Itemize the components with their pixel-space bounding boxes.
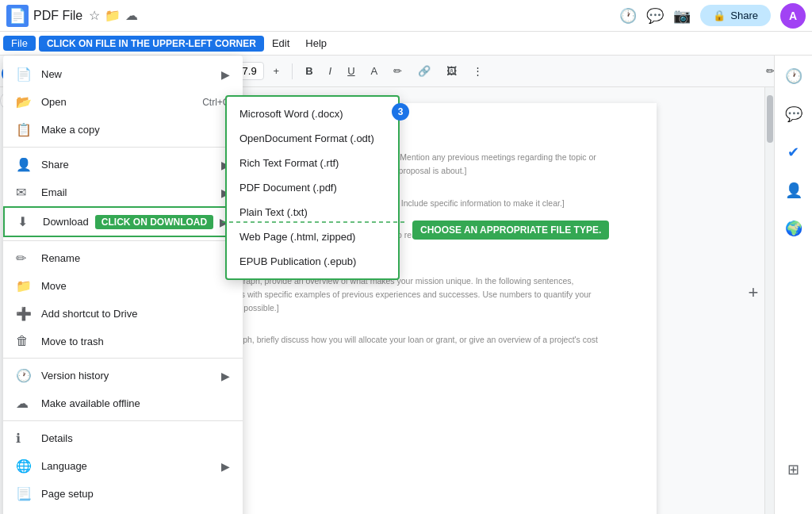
font-size-increase[interactable]: +: [267, 62, 286, 80]
star-icon[interactable]: ☆: [89, 8, 100, 23]
version-arrow: ▶: [221, 370, 230, 382]
menu-download[interactable]: ⬇ Download CLICK ON DOWNLOAD ▶ 2: [3, 206, 243, 237]
page-setup-label: Page setup: [41, 488, 230, 500]
doc-icon: 📄: [6, 5, 29, 27]
meet-icon[interactable]: 📷: [673, 7, 691, 25]
underline-button[interactable]: U: [341, 62, 361, 80]
new-arrow: ▶: [221, 68, 230, 81]
panel-history-icon[interactable]: 🕐: [781, 63, 806, 89]
menu-trash[interactable]: 🗑 Move to trash: [3, 328, 243, 355]
text-color-button[interactable]: A: [365, 62, 385, 80]
menu-details[interactable]: ℹ Details: [3, 424, 243, 452]
italic-button[interactable]: I: [323, 62, 339, 80]
link-button[interactable]: 🔗: [412, 62, 437, 80]
share-button[interactable]: 🔒 Share: [700, 5, 771, 26]
choose-file-type-label: CHOOSE AN APPROPRIATE FILE TYPE.: [412, 221, 609, 240]
menu-rename[interactable]: ✏ Rename: [3, 244, 243, 272]
top-bar: 📄 PDF File ☆ 📁 ☁ 🕐 💬 📷 🔒 Share A: [0, 0, 812, 32]
avatar[interactable]: A: [780, 3, 806, 29]
toolbar-sep4: [292, 63, 293, 79]
bold-button[interactable]: B: [299, 62, 319, 80]
menu-email[interactable]: ✉ Email ▶: [3, 178, 243, 206]
menu-new[interactable]: 📄 New ▶: [3, 60, 243, 88]
submenu-rtf[interactable]: Rich Text Format (.rtf): [227, 151, 398, 175]
offline-icon: ☁: [16, 396, 32, 411]
panel-person-icon[interactable]: 👤: [781, 178, 806, 203]
email-label: Email: [41, 186, 221, 198]
highlight-button[interactable]: ✏: [387, 62, 408, 80]
instruction-banner: CLICK ON FILE IN THE UPPER-LEFT CORNER: [39, 36, 264, 52]
step3-badge: 3: [392, 103, 409, 121]
menu-print[interactable]: 🖨 Print Ctrl+P: [3, 508, 243, 514]
new-icon: 📄: [16, 67, 32, 82]
page-setup-icon: 📃: [16, 486, 32, 501]
version-label: Version history: [41, 370, 221, 382]
file-menu-item[interactable]: File: [3, 36, 36, 51]
header-right: 🕐 💬 📷 🔒 Share A: [619, 3, 806, 29]
language-icon: 🌐: [16, 458, 32, 474]
dropdown-menu: 📄 New ▶ 📂 Open Ctrl+O 📋 Make a copy 👤 Sh…: [3, 56, 243, 514]
language-label: Language: [41, 460, 221, 472]
language-arrow: ▶: [221, 460, 230, 473]
menu-offline[interactable]: ☁ Make available offline: [3, 389, 243, 417]
click-download-instruction: CLICK ON DOWNLOAD: [95, 215, 213, 229]
comments-icon[interactable]: 💬: [646, 7, 664, 25]
file-dropdown: 📄 New ▶ 📂 Open Ctrl+O 📋 Make a copy 👤 Sh…: [3, 56, 243, 514]
trash-icon: 🗑: [16, 334, 32, 348]
menu-page-setup[interactable]: 📃 Page setup: [3, 480, 243, 508]
menu-add-shortcut[interactable]: ➕ Add shortcut to Drive: [3, 300, 243, 328]
share-menu-icon: 👤: [16, 157, 32, 172]
scrollbar[interactable]: [764, 87, 774, 514]
plus-button[interactable]: +: [742, 282, 764, 304]
folder-icon[interactable]: 📁: [105, 8, 121, 23]
panel-world-icon[interactable]: 🌍: [781, 216, 806, 241]
menu-share[interactable]: 👤 Share ▶: [3, 151, 243, 178]
sep3: [3, 358, 243, 359]
right-panel: 🕐 💬 ✔ 👤 🌍 ⊞: [774, 0, 812, 514]
menu-open[interactable]: 📂 Open Ctrl+O: [3, 88, 243, 116]
menu-bar: File CLICK ON FILE IN THE UPPER-LEFT COR…: [0, 32, 812, 56]
open-icon: 📂: [16, 94, 32, 109]
menu-version-history[interactable]: 🕐 Version history ▶: [3, 362, 243, 389]
trash-label: Move to trash: [41, 336, 230, 347]
shortcut-icon: ➕: [16, 306, 32, 321]
submenu-pdf[interactable]: PDF Document (.pdf): [227, 175, 398, 200]
copy-label: Make a copy: [41, 124, 230, 136]
move-icon: 📁: [16, 278, 32, 293]
open-label: Open: [41, 96, 202, 108]
doc-title: PDF File: [33, 9, 82, 23]
submenu-epub[interactable]: EPUB Publication (.epub): [227, 249, 398, 274]
menu-move[interactable]: 📁 Move: [3, 272, 243, 300]
rename-icon: ✏: [16, 251, 32, 266]
share-icon: 🔒: [713, 10, 726, 21]
menu-language[interactable]: 🌐 Language ▶: [3, 452, 243, 480]
history-icon[interactable]: 🕐: [619, 7, 637, 25]
shortcut-label: Add shortcut to Drive: [41, 308, 230, 320]
offline-label: Make available offline: [41, 397, 230, 409]
edit-menu-item[interactable]: Edit: [264, 34, 297, 52]
panel-comments-icon[interactable]: 💬: [781, 102, 806, 127]
sep2: [3, 240, 243, 241]
help-menu-item[interactable]: Help: [297, 34, 335, 52]
new-label: New: [41, 68, 221, 80]
panel-check-icon[interactable]: ✔: [781, 140, 806, 165]
submenu-txt[interactable]: Plain Text (.txt): [227, 200, 398, 224]
details-icon: ℹ: [16, 431, 32, 446]
cloud-icon[interactable]: ☁: [125, 8, 138, 23]
share-menu-label: Share: [41, 159, 221, 171]
image-button[interactable]: 🖼: [440, 62, 463, 80]
submenu-odt[interactable]: OpenDocument Format (.odt): [227, 126, 398, 151]
download-submenu: Microsoft Word (.docx) OpenDocument Form…: [225, 95, 400, 280]
panel-apps-icon[interactable]: ⊞: [781, 457, 806, 482]
sep1: [3, 147, 243, 148]
submenu-docx[interactable]: Microsoft Word (.docx): [227, 102, 398, 126]
details-label: Details: [41, 432, 230, 444]
sep4: [3, 420, 243, 421]
menu-make-copy[interactable]: 📋 Make a copy: [3, 116, 243, 144]
copy-icon: 📋: [16, 122, 32, 137]
rename-label: Rename: [41, 252, 230, 264]
submenu-html[interactable]: Web Page (.html, zipped): [227, 224, 398, 249]
more-button[interactable]: ⋮: [466, 62, 489, 80]
move-label: Move: [41, 280, 230, 292]
version-icon: 🕐: [16, 368, 32, 383]
